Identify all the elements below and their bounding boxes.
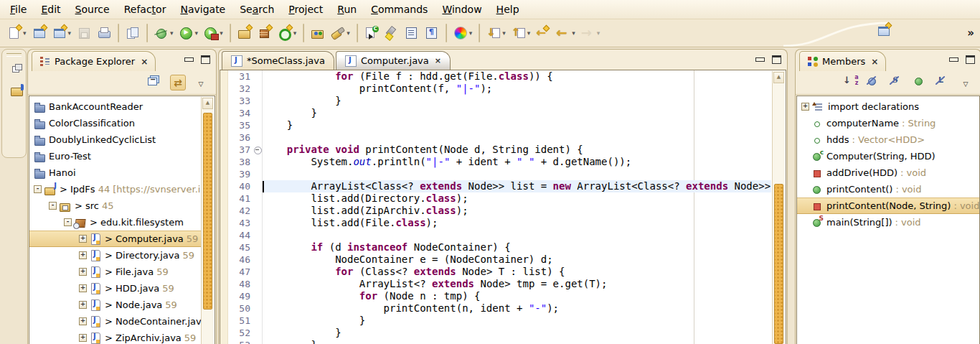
search-button[interactable]: ▾ [329, 24, 352, 42]
new-wizard-button[interactable]: ▾ [5, 24, 29, 42]
back-button[interactable]: ▾ [554, 24, 578, 42]
tree-row[interactable]: +> NodeContainer.java59 [29, 313, 201, 330]
dropdown-arrow-icon[interactable]: ▾ [572, 29, 575, 37]
minimize-icon[interactable] [184, 57, 194, 62]
close-icon[interactable]: × [141, 57, 148, 67]
member-row[interactable]: computerName: String [797, 115, 979, 131]
code-line[interactable]: list.add(ZipArchiv.class); [263, 205, 771, 217]
external-tools-button[interactable]: ▾ [202, 24, 225, 42]
run-button[interactable]: ▾ [177, 24, 201, 42]
tree-row[interactable]: ColorClassification [29, 115, 201, 131]
fast-view-grip[interactable] [6, 53, 22, 57]
minimize-icon[interactable] [949, 57, 958, 62]
print-button[interactable] [95, 24, 113, 42]
maximize-icon[interactable] [772, 55, 781, 64]
package-explorer-scrollbar[interactable]: ▲ [201, 97, 214, 344]
dropdown-arrow-icon[interactable]: ▾ [502, 29, 506, 37]
close-icon[interactable]: × [435, 56, 441, 65]
code-line[interactable] [263, 229, 771, 241]
tree-row[interactable]: -> IpdFs44 [https://svnserver.i [29, 181, 201, 197]
menu-project[interactable]: Project [281, 1, 330, 17]
code-text-area[interactable]: for (File f : hdd.get(File.class)) { pri… [263, 70, 771, 344]
open-perspective-button[interactable] [875, 22, 893, 39]
dropdown-arrow-icon[interactable]: ▾ [527, 29, 531, 37]
tree-row[interactable]: +> ZipArchiv.java59 [29, 330, 201, 344]
tree-row[interactable]: Euro-Test [29, 148, 201, 164]
menu-refactor[interactable]: Refactor [117, 1, 174, 17]
tree-expander-icon[interactable]: + [79, 301, 87, 309]
debug-button[interactable]: ▾ [152, 24, 176, 42]
code-editor[interactable]: 3132333435363738394041424344454647484950… [220, 70, 786, 344]
code-line[interactable]: } [263, 339, 771, 344]
open-type-button[interactable] [308, 24, 327, 42]
toolbar-overflow-chevron[interactable]: » [967, 27, 974, 39]
code-line[interactable]: NodeContainer e = (NodeContainer) d; [263, 254, 771, 266]
new-java-project-button[interactable] [235, 24, 254, 42]
tree-row[interactable]: +> Node.java59 [29, 297, 201, 313]
dropdown-arrow-icon[interactable]: ▾ [220, 29, 223, 37]
tree-expander-icon[interactable]: + [79, 284, 87, 292]
editor-tab-someclassjava[interactable]: *SomeClass.java [222, 51, 334, 70]
scroll-up-icon[interactable]: ▲ [773, 72, 784, 83]
dropdown-arrow-icon[interactable]: ▾ [293, 29, 297, 37]
tree-row[interactable]: +> Directory.java59 [29, 247, 201, 264]
show-public-button[interactable] [912, 75, 928, 90]
code-line[interactable]: } [263, 95, 771, 107]
dropdown-arrow-icon[interactable]: ▾ [170, 29, 174, 37]
editor-scrollbar[interactable]: ▲ [772, 71, 785, 344]
tree-expander-icon[interactable]: - [49, 202, 57, 210]
code-line[interactable]: System.out.println("|-" + ident + " " + … [263, 156, 771, 168]
code-line[interactable]: ArrayList<Class<? extends Node>> list = … [263, 180, 771, 192]
menu-commands[interactable]: Commands [364, 1, 435, 17]
editor-tab-computerjava[interactable]: Computer.java× [336, 51, 451, 70]
member-row[interactable]: Smain(String[]): void [797, 214, 979, 231]
dropdown-arrow-icon[interactable]: ▾ [469, 29, 473, 37]
scroll-up-icon[interactable]: ▲ [202, 98, 213, 109]
new-class-button[interactable]: ▾ [275, 24, 299, 42]
tree-expander-icon[interactable]: + [79, 268, 87, 276]
collapse-all-button[interactable] [147, 75, 163, 90]
hide-static-button[interactable] [889, 75, 905, 90]
tree-row[interactable]: Hanoi [29, 164, 201, 181]
tree-row[interactable]: +> HDD.java59 [29, 280, 201, 297]
code-line[interactable]: } [263, 315, 771, 327]
member-row[interactable]: +import declarations [797, 98, 979, 115]
code-line[interactable]: for (File f : hdd.get(File.class)) { [263, 70, 771, 83]
code-line[interactable] [263, 131, 771, 144]
tree-row[interactable]: DoublyLinkedCyclicList [29, 131, 201, 148]
show-block-button[interactable] [402, 24, 421, 42]
next-annotation-button[interactable]: ▾ [484, 24, 508, 42]
coverage-button[interactable] [362, 24, 381, 42]
tree-expander-icon[interactable]: + [79, 317, 87, 325]
new-view-button[interactable]: ▾ [50, 24, 74, 42]
menu-navigate[interactable]: Navigate [173, 1, 232, 17]
minimized-view-button[interactable] [6, 83, 23, 100]
code-line[interactable] [263, 168, 771, 180]
member-row[interactable]: hdds: Vector<HDD> [797, 131, 979, 148]
member-row[interactable]: printContent(Node, String): void [797, 197, 979, 214]
code-line[interactable]: printContent(n, ident + "-"); [263, 302, 771, 315]
dropdown-arrow-icon[interactable]: ▾ [23, 29, 27, 37]
tree-row[interactable]: BankAccountReader [29, 98, 201, 115]
minimize-icon[interactable] [755, 57, 765, 62]
highlighter-button[interactable] [382, 24, 401, 42]
dropdown-arrow-icon[interactable]: ▾ [195, 29, 199, 37]
scrollbar-thumb[interactable] [774, 184, 783, 344]
code-line[interactable]: printContent(f, "|-"); [263, 83, 771, 95]
tree-row[interactable]: -> edu.kit.filesystem [29, 214, 201, 231]
member-expander-icon[interactable]: + [801, 103, 809, 111]
menu-run[interactable]: Run [330, 1, 364, 17]
code-line[interactable]: list.add(Directory.class); [263, 192, 771, 205]
view-menu-button[interactable] [958, 75, 974, 90]
code-line[interactable]: private void printContent(Node d, String… [263, 144, 771, 156]
code-line[interactable]: } [263, 327, 771, 339]
previous-annotation-button[interactable]: ▾ [509, 24, 533, 42]
hide-fields-button[interactable] [866, 75, 882, 90]
tree-row[interactable]: +> File.java59 [29, 264, 201, 280]
members-tab[interactable]: Members × [799, 51, 886, 71]
formatting-marks-button[interactable] [423, 24, 441, 42]
link-with-editor-button[interactable] [170, 75, 186, 90]
code-line[interactable]: for (Node n : tmp) { [263, 290, 771, 302]
member-row[interactable]: cComputer(String, HDD) [797, 148, 979, 164]
member-row[interactable]: addDrive(HDD): void [797, 164, 979, 181]
